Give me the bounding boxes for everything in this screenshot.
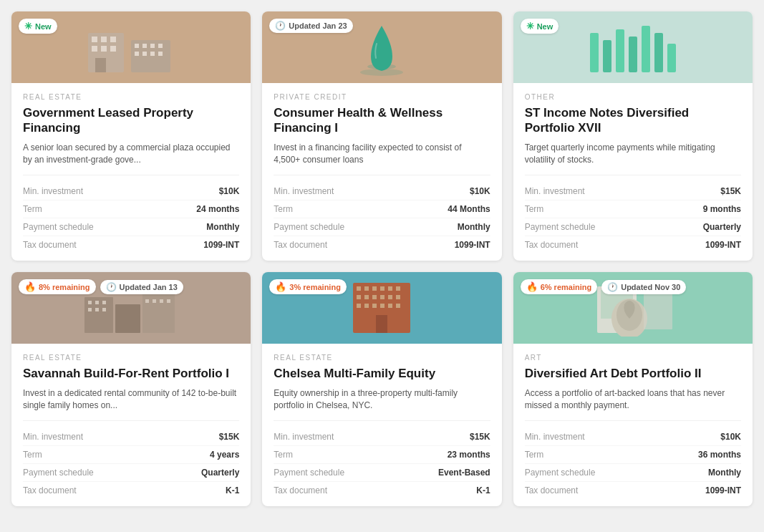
card-category: Real Estate (23, 354, 239, 362)
investment-card-5[interactable]: 🔥 3% remaining Real Estate Chelsea Multi… (262, 272, 501, 506)
svg-rect-2 (101, 37, 107, 42)
card-image: 🔥 8% remaining 🕐 Updated Jan 13 (11, 272, 251, 344)
card-details: Min. investment $10K Term 24 months Paym… (23, 175, 239, 253)
investment-card-3[interactable]: ✳ New Other ST Income Notes Diversified … (513, 11, 753, 261)
svg-rect-20 (590, 33, 599, 72)
detail-payment-schedule: Payment schedule Event-Based (274, 464, 490, 482)
card-image: 🕐 Updated Jan 23 (262, 11, 501, 83)
svg-rect-37 (153, 299, 156, 303)
card-image: 🔥 3% remaining (262, 272, 501, 344)
payment-schedule-value: Event-Based (438, 468, 490, 478)
svg-rect-25 (654, 33, 663, 72)
tax-document-label: Tax document (23, 240, 77, 250)
tax-document-value: 1099-INT (455, 240, 490, 250)
payment-schedule-label: Payment schedule (274, 468, 344, 478)
investment-card-2[interactable]: 🕐 Updated Jan 23 Private Credit Consumer… (262, 11, 501, 261)
card-description: Target quarterly income payments while m… (525, 142, 741, 167)
detail-payment-schedule: Payment schedule Monthly (23, 218, 239, 236)
detail-tax-document: Tax document K-1 (23, 482, 239, 499)
investment-card-4[interactable]: 🔥 8% remaining 🕐 Updated Jan 13 Real Est… (11, 272, 251, 506)
svg-rect-55 (372, 304, 377, 308)
card-details: Min. investment $15K Term 23 months Paym… (274, 420, 490, 499)
min-investment-label: Min. investment (525, 432, 585, 442)
min-investment-label: Min. investment (274, 186, 334, 196)
card-category: Real Estate (23, 93, 239, 101)
tax-document-value: 1099-INT (705, 240, 741, 250)
payment-schedule-value: Quarterly (201, 468, 239, 478)
term-value: 4 years (210, 450, 239, 460)
card-body: Real Estate Savannah Build-For-Rent Port… (11, 344, 251, 506)
badge-remaining: 🔥 6% remaining (521, 279, 598, 294)
card-title: ST Income Notes Diversified Portfolio XV… (525, 105, 741, 136)
card-description: A senior loan secured by a commercial pl… (23, 142, 239, 167)
badge-row: ✳ New (521, 19, 559, 34)
investment-card-1[interactable]: ✳ New Real Estate Government Leased Prop… (11, 11, 251, 261)
svg-rect-34 (95, 308, 99, 311)
svg-rect-38 (160, 299, 163, 303)
payment-schedule-label: Payment schedule (525, 468, 596, 478)
fire-icon: 🔥 (526, 281, 538, 292)
svg-rect-44 (380, 286, 385, 291)
payment-schedule-value: Monthly (708, 468, 741, 478)
card-body: Art Diversified Art Debt Portfolio II Ac… (513, 344, 753, 506)
term-label: Term (274, 204, 293, 214)
card-body: Private Credit Consumer Health & Wellnes… (262, 83, 501, 261)
card-details: Min. investment $15K Term 4 years Paymen… (23, 420, 239, 499)
detail-min-investment: Min. investment $15K (23, 428, 239, 446)
detail-term: Term 9 months (525, 200, 741, 218)
detail-min-investment: Min. investment $10K (23, 183, 239, 200)
svg-rect-60 (328, 308, 351, 333)
tax-document-value: K-1 (226, 485, 239, 495)
svg-rect-12 (158, 44, 163, 48)
tax-document-label: Tax document (525, 485, 579, 495)
term-label: Term (23, 450, 42, 460)
svg-rect-30 (88, 301, 92, 304)
svg-rect-43 (372, 286, 377, 291)
svg-rect-61 (412, 304, 435, 333)
detail-term: Term 24 months (23, 200, 239, 218)
svg-rect-53 (357, 304, 361, 308)
fire-icon: 🔥 (275, 281, 286, 292)
term-label: Term (525, 450, 544, 460)
card-category: Art (525, 354, 741, 362)
card-category: Private Credit (274, 93, 490, 101)
badge-updated: 🕐 Updated Nov 30 (601, 280, 686, 294)
badge-row: 🔥 3% remaining (269, 279, 347, 294)
min-investment-label: Min. investment (525, 186, 585, 196)
tax-document-label: Tax document (274, 485, 327, 495)
card-description: Invest in a dedicated rental community o… (23, 387, 239, 412)
card-details: Min. investment $10K Term 44 Months Paym… (274, 175, 490, 253)
detail-payment-schedule: Payment schedule Quarterly (525, 218, 741, 236)
payment-schedule-value: Quarterly (703, 222, 741, 232)
clock-icon: 🕐 (607, 282, 618, 292)
term-value: 36 months (698, 450, 741, 460)
svg-rect-46 (396, 286, 400, 291)
svg-rect-13 (135, 52, 139, 56)
card-title: Government Leased Property Financing (23, 105, 239, 136)
term-value: 44 Months (448, 204, 490, 214)
min-investment-value: $15K (470, 432, 490, 442)
investment-card-6[interactable]: 🔥 6% remaining 🕐 Updated Nov 30 Art Dive… (513, 272, 753, 506)
term-label: Term (525, 204, 544, 214)
badge-updated: 🕐 Updated Jan 23 (269, 19, 352, 33)
svg-rect-32 (102, 301, 106, 304)
badge-row: 🔥 6% remaining 🕐 Updated Nov 30 (521, 279, 687, 294)
svg-rect-50 (380, 295, 385, 299)
badge-row: 🔥 8% remaining 🕐 Updated Jan 13 (19, 279, 183, 294)
min-investment-value: $10K (720, 432, 741, 442)
payment-schedule-label: Payment schedule (23, 222, 94, 232)
svg-rect-52 (396, 295, 400, 299)
badge-updated: 🕐 Updated Jan 13 (100, 280, 183, 294)
card-title: Diversified Art Debt Portfolio II (525, 366, 741, 381)
svg-rect-26 (667, 44, 676, 72)
detail-payment-schedule: Payment schedule Quarterly (23, 464, 239, 482)
card-body: Real Estate Government Leased Property F… (11, 83, 251, 261)
tax-document-value: 1099-INT (705, 485, 741, 495)
svg-rect-56 (380, 304, 385, 308)
svg-rect-16 (158, 52, 163, 56)
card-details: Min. investment $15K Term 9 months Payme… (525, 175, 741, 253)
svg-rect-66 (644, 294, 672, 329)
card-description: Invest in a financing facility expected … (274, 142, 490, 167)
svg-rect-42 (364, 286, 369, 291)
fire-icon: 🔥 (24, 281, 36, 292)
